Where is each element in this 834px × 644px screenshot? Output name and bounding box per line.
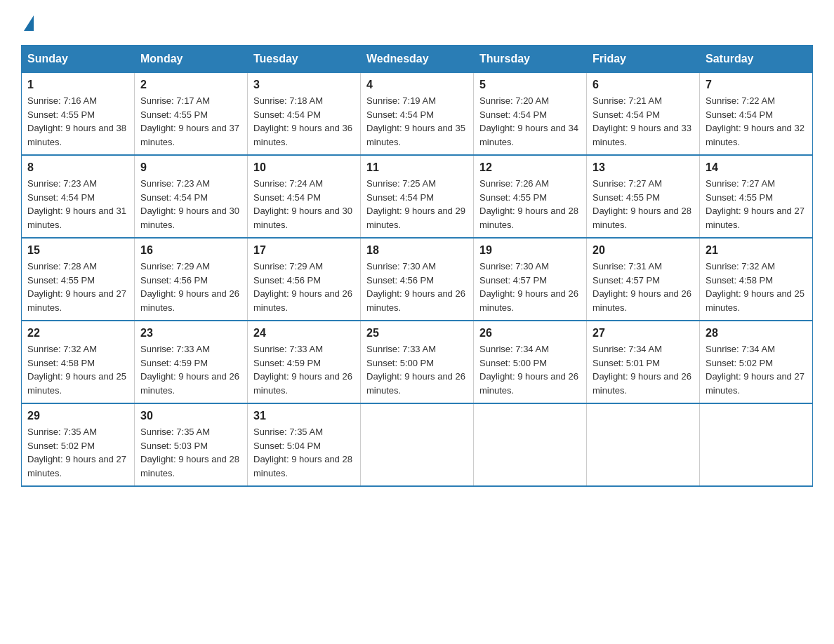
day-number: 3 bbox=[253, 79, 355, 91]
day-of-week-header: Friday bbox=[587, 46, 700, 73]
day-number: 13 bbox=[593, 161, 694, 174]
day-info: Sunrise: 7:30 AM Sunset: 4:56 PM Dayligh… bbox=[366, 260, 468, 314]
day-info: Sunrise: 7:33 AM Sunset: 4:59 PM Dayligh… bbox=[253, 342, 355, 397]
calendar-day-cell: 10 Sunrise: 7:24 AM Sunset: 4:54 PM Dayl… bbox=[248, 155, 361, 238]
day-number: 2 bbox=[140, 79, 241, 91]
calendar-day-cell: 29 Sunrise: 7:35 AM Sunset: 5:02 PM Dayl… bbox=[22, 403, 135, 486]
day-number: 9 bbox=[140, 161, 241, 174]
day-info: Sunrise: 7:25 AM Sunset: 4:54 PM Dayligh… bbox=[366, 177, 468, 232]
day-of-week-header: Saturday bbox=[700, 46, 813, 73]
calendar-day-cell: 11 Sunrise: 7:25 AM Sunset: 4:54 PM Dayl… bbox=[361, 155, 474, 238]
calendar-day-cell: 22 Sunrise: 7:32 AM Sunset: 4:58 PM Dayl… bbox=[22, 321, 135, 403]
day-number: 8 bbox=[27, 161, 128, 174]
day-info: Sunrise: 7:34 AM Sunset: 5:00 PM Dayligh… bbox=[479, 342, 581, 397]
day-number: 24 bbox=[253, 327, 355, 340]
calendar-day-cell: 25 Sunrise: 7:33 AM Sunset: 5:00 PM Dayl… bbox=[361, 321, 474, 403]
day-info: Sunrise: 7:30 AM Sunset: 4:57 PM Dayligh… bbox=[479, 260, 581, 314]
calendar-day-cell: 3 Sunrise: 7:18 AM Sunset: 4:54 PM Dayli… bbox=[248, 73, 361, 156]
day-number: 12 bbox=[479, 161, 581, 174]
day-info: Sunrise: 7:17 AM Sunset: 4:55 PM Dayligh… bbox=[140, 94, 241, 149]
day-number: 6 bbox=[593, 79, 694, 91]
day-info: Sunrise: 7:27 AM Sunset: 4:55 PM Dayligh… bbox=[706, 177, 807, 232]
day-of-week-header: Monday bbox=[135, 46, 248, 73]
calendar-day-cell: 27 Sunrise: 7:34 AM Sunset: 5:01 PM Dayl… bbox=[587, 321, 700, 403]
day-number: 21 bbox=[706, 244, 807, 257]
calendar-week-row: 29 Sunrise: 7:35 AM Sunset: 5:02 PM Dayl… bbox=[22, 403, 813, 486]
day-info: Sunrise: 7:32 AM Sunset: 4:58 PM Dayligh… bbox=[706, 260, 807, 314]
day-number: 15 bbox=[27, 244, 128, 257]
calendar-day-cell: 17 Sunrise: 7:29 AM Sunset: 4:56 PM Dayl… bbox=[248, 238, 361, 321]
calendar-day-cell: 28 Sunrise: 7:34 AM Sunset: 5:02 PM Dayl… bbox=[700, 321, 813, 403]
day-info: Sunrise: 7:31 AM Sunset: 4:57 PM Dayligh… bbox=[593, 260, 694, 314]
calendar-day-cell: 13 Sunrise: 7:27 AM Sunset: 4:55 PM Dayl… bbox=[587, 155, 700, 238]
day-number: 31 bbox=[253, 410, 355, 422]
day-number: 11 bbox=[366, 161, 468, 174]
day-number: 7 bbox=[706, 79, 807, 91]
calendar-day-cell: 4 Sunrise: 7:19 AM Sunset: 4:54 PM Dayli… bbox=[361, 73, 474, 156]
calendar-day-cell: 26 Sunrise: 7:34 AM Sunset: 5:00 PM Dayl… bbox=[474, 321, 587, 403]
day-info: Sunrise: 7:27 AM Sunset: 4:55 PM Dayligh… bbox=[593, 177, 694, 232]
day-number: 14 bbox=[706, 161, 807, 174]
calendar-day-cell: 12 Sunrise: 7:26 AM Sunset: 4:55 PM Dayl… bbox=[474, 155, 587, 238]
calendar-day-cell: 9 Sunrise: 7:23 AM Sunset: 4:54 PM Dayli… bbox=[135, 155, 248, 238]
calendar-day-cell: 14 Sunrise: 7:27 AM Sunset: 4:55 PM Dayl… bbox=[700, 155, 813, 238]
calendar-day-cell: 31 Sunrise: 7:35 AM Sunset: 5:04 PM Dayl… bbox=[248, 403, 361, 486]
calendar-week-row: 8 Sunrise: 7:23 AM Sunset: 4:54 PM Dayli… bbox=[22, 155, 813, 238]
calendar-day-cell: 6 Sunrise: 7:21 AM Sunset: 4:54 PM Dayli… bbox=[587, 73, 700, 156]
calendar-day-cell: 24 Sunrise: 7:33 AM Sunset: 4:59 PM Dayl… bbox=[248, 321, 361, 403]
day-of-week-header: Thursday bbox=[474, 46, 587, 73]
day-info: Sunrise: 7:29 AM Sunset: 4:56 PM Dayligh… bbox=[140, 260, 241, 314]
calendar-day-cell: 16 Sunrise: 7:29 AM Sunset: 4:56 PM Dayl… bbox=[135, 238, 248, 321]
day-number: 28 bbox=[706, 327, 807, 340]
day-info: Sunrise: 7:23 AM Sunset: 4:54 PM Dayligh… bbox=[27, 177, 128, 232]
day-number: 25 bbox=[366, 327, 468, 340]
day-info: Sunrise: 7:33 AM Sunset: 5:00 PM Dayligh… bbox=[366, 342, 468, 397]
calendar-day-cell: 23 Sunrise: 7:33 AM Sunset: 4:59 PM Dayl… bbox=[135, 321, 248, 403]
day-number: 17 bbox=[253, 244, 355, 257]
calendar-day-cell: 15 Sunrise: 7:28 AM Sunset: 4:55 PM Dayl… bbox=[22, 238, 135, 321]
day-info: Sunrise: 7:16 AM Sunset: 4:55 PM Dayligh… bbox=[27, 94, 128, 149]
day-number: 30 bbox=[140, 410, 241, 422]
logo-arrow-icon bbox=[24, 15, 34, 31]
calendar-day-cell bbox=[474, 403, 587, 486]
calendar-day-cell: 20 Sunrise: 7:31 AM Sunset: 4:57 PM Dayl… bbox=[587, 238, 700, 321]
day-info: Sunrise: 7:19 AM Sunset: 4:54 PM Dayligh… bbox=[366, 94, 468, 149]
day-number: 5 bbox=[479, 79, 581, 91]
day-of-week-header: Sunday bbox=[22, 46, 135, 73]
calendar-day-cell: 30 Sunrise: 7:35 AM Sunset: 5:03 PM Dayl… bbox=[135, 403, 248, 486]
calendar-day-cell: 5 Sunrise: 7:20 AM Sunset: 4:54 PM Dayli… bbox=[474, 73, 587, 156]
day-info: Sunrise: 7:35 AM Sunset: 5:02 PM Dayligh… bbox=[27, 425, 128, 480]
day-number: 20 bbox=[593, 244, 694, 257]
day-number: 26 bbox=[479, 327, 581, 340]
calendar-day-cell: 18 Sunrise: 7:30 AM Sunset: 4:56 PM Dayl… bbox=[361, 238, 474, 321]
calendar-header-row: SundayMondayTuesdayWednesdayThursdayFrid… bbox=[22, 46, 813, 73]
calendar-week-row: 22 Sunrise: 7:32 AM Sunset: 4:58 PM Dayl… bbox=[22, 321, 813, 403]
day-info: Sunrise: 7:26 AM Sunset: 4:55 PM Dayligh… bbox=[479, 177, 581, 232]
day-number: 22 bbox=[27, 327, 128, 340]
calendar-day-cell: 8 Sunrise: 7:23 AM Sunset: 4:54 PM Dayli… bbox=[22, 155, 135, 238]
day-number: 1 bbox=[27, 79, 128, 91]
day-of-week-header: Wednesday bbox=[361, 46, 474, 73]
day-info: Sunrise: 7:28 AM Sunset: 4:55 PM Dayligh… bbox=[27, 260, 128, 314]
day-info: Sunrise: 7:21 AM Sunset: 4:54 PM Dayligh… bbox=[593, 94, 694, 149]
calendar-table: SundayMondayTuesdayWednesdayThursdayFrid… bbox=[21, 45, 813, 487]
logo bbox=[21, 14, 34, 31]
day-info: Sunrise: 7:34 AM Sunset: 5:01 PM Dayligh… bbox=[593, 342, 694, 397]
calendar-week-row: 15 Sunrise: 7:28 AM Sunset: 4:55 PM Dayl… bbox=[22, 238, 813, 321]
day-number: 18 bbox=[366, 244, 468, 257]
calendar-day-cell bbox=[587, 403, 700, 486]
day-info: Sunrise: 7:34 AM Sunset: 5:02 PM Dayligh… bbox=[706, 342, 807, 397]
day-number: 27 bbox=[593, 327, 694, 340]
day-number: 23 bbox=[140, 327, 241, 340]
day-info: Sunrise: 7:24 AM Sunset: 4:54 PM Dayligh… bbox=[253, 177, 355, 232]
calendar-week-row: 1 Sunrise: 7:16 AM Sunset: 4:55 PM Dayli… bbox=[22, 73, 813, 156]
calendar-day-cell bbox=[361, 403, 474, 486]
day-number: 16 bbox=[140, 244, 241, 257]
calendar-day-cell: 19 Sunrise: 7:30 AM Sunset: 4:57 PM Dayl… bbox=[474, 238, 587, 321]
day-info: Sunrise: 7:23 AM Sunset: 4:54 PM Dayligh… bbox=[140, 177, 241, 232]
calendar-day-cell: 2 Sunrise: 7:17 AM Sunset: 4:55 PM Dayli… bbox=[135, 73, 248, 156]
day-info: Sunrise: 7:32 AM Sunset: 4:58 PM Dayligh… bbox=[27, 342, 128, 397]
day-info: Sunrise: 7:35 AM Sunset: 5:04 PM Dayligh… bbox=[253, 425, 355, 480]
day-number: 29 bbox=[27, 410, 128, 422]
day-number: 4 bbox=[366, 79, 468, 91]
